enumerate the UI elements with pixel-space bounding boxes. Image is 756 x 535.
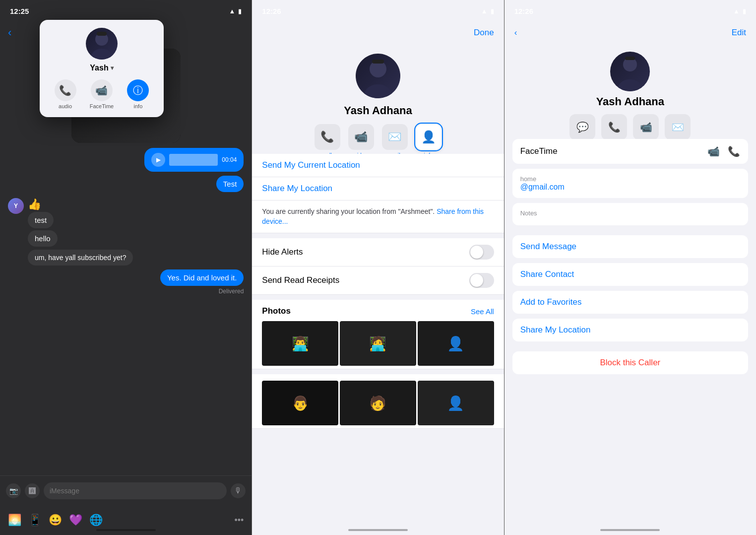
facetime-card: FaceTime 📹 📞 bbox=[512, 139, 748, 164]
photo-2: 🧑‍💻 bbox=[340, 321, 416, 366]
facetime-label: FaceTime bbox=[90, 103, 114, 109]
message-input-bar: 📷 🅰 🎙 bbox=[0, 475, 252, 505]
done-button[interactable]: Done bbox=[474, 28, 494, 38]
p3-message-icon: 💬 bbox=[569, 114, 595, 140]
test-left-bubble: test bbox=[28, 212, 54, 228]
facetime-row: FaceTime 📹 📞 bbox=[512, 139, 748, 164]
emoji-photos[interactable]: 🌅 bbox=[8, 514, 21, 527]
play-button[interactable]: ▶ bbox=[151, 153, 165, 167]
p2-mail-icon: ✉️ bbox=[382, 124, 408, 150]
p3-facetime-icon: 📹 bbox=[633, 114, 659, 140]
audio-waveform bbox=[169, 154, 218, 166]
status-icons-2: ▲ ▮ bbox=[481, 7, 494, 15]
time-3: 12:26 bbox=[514, 7, 533, 15]
info-icon: ⓘ bbox=[127, 79, 149, 101]
battery-icon-3: ▮ bbox=[743, 7, 746, 15]
facetime-label: FaceTime bbox=[520, 146, 558, 156]
home-email-row: home @gmail.com bbox=[512, 169, 748, 198]
photo-5: 🧑 bbox=[340, 381, 416, 425]
wifi-icon: ▲ bbox=[229, 7, 235, 15]
notes-card: Notes bbox=[512, 203, 748, 225]
popup-facetime-btn[interactable]: 📹 FaceTime bbox=[90, 79, 114, 109]
camera-icon[interactable]: 📷 bbox=[6, 483, 21, 498]
share-location-btn[interactable]: Share My Location bbox=[252, 177, 504, 201]
photos-section: Photos See All 👨‍💻 🧑‍💻 👤 bbox=[252, 300, 504, 369]
audio-duration: 00:04 bbox=[222, 156, 237, 163]
home-email-left: home @gmail.com bbox=[520, 175, 565, 192]
share-location-p3-btn[interactable]: Share My Location bbox=[512, 319, 748, 341]
facetime-audio-icon[interactable]: 📞 bbox=[728, 145, 740, 157]
p2-profile: Yash Adhana 📞 call 📹 video ✉️ mail 👤 inf… bbox=[252, 44, 504, 172]
back-button-p1[interactable]: ‹ bbox=[8, 26, 11, 39]
read-receipts-row: Send Read Receipts bbox=[252, 267, 504, 295]
popup-contact-name: Yash ▾ bbox=[48, 64, 156, 72]
photos-section-2: 👨 🧑 👤 bbox=[252, 374, 504, 429]
question-bubble: um, have yall subscribed yet? bbox=[28, 250, 133, 266]
photos-grid: 👨‍💻 🧑‍💻 👤 bbox=[262, 321, 494, 366]
popup-info-btn[interactable]: ⓘ info bbox=[127, 79, 149, 109]
avatar-left: Y bbox=[8, 198, 24, 214]
hide-alerts-toggle[interactable] bbox=[469, 245, 494, 260]
p3-mail-icon: ✉️ bbox=[665, 114, 691, 140]
message-input[interactable] bbox=[44, 482, 227, 499]
photo-4: 👨 bbox=[262, 381, 338, 425]
panel-contact: 12:26 ▲ ▮ ‹ Edit Yash Adhana 💬 message 📞 bbox=[504, 0, 756, 535]
hello-bubble: hello bbox=[28, 230, 58, 247]
see-all-btn[interactable]: See All bbox=[471, 307, 494, 316]
p2-video-icon: 📹 bbox=[348, 124, 374, 150]
contact-info-card: home @gmail.com bbox=[512, 169, 748, 198]
wifi-icon-2: ▲ bbox=[481, 7, 488, 15]
contact-popup: Yash ▾ 📞 audio 📹 FaceTime ⓘ info bbox=[40, 20, 164, 117]
audio-icon: 📞 bbox=[55, 79, 76, 101]
reply-bubble: Yes. Did and loved it. bbox=[160, 269, 244, 286]
popup-actions: 📞 audio 📹 FaceTime ⓘ info bbox=[48, 79, 156, 109]
status-icons-1: ▲ ▮ bbox=[229, 7, 242, 15]
home-label: home bbox=[520, 175, 565, 183]
audio-message: ▶ 00:04 bbox=[144, 148, 244, 172]
apps-icon[interactable]: 🅰 bbox=[25, 483, 40, 498]
emoji-globe[interactable]: 🌐 bbox=[89, 514, 103, 527]
status-bar-2: 12:26 ▲ ▮ bbox=[252, 0, 504, 22]
time-1: 12:25 bbox=[10, 7, 29, 15]
photos-title: Photos bbox=[262, 306, 291, 316]
hide-alerts-row: Hide Alerts bbox=[252, 238, 504, 267]
audio-label: audio bbox=[59, 103, 72, 109]
send-location-btn[interactable]: Send My Current Location bbox=[252, 154, 504, 177]
p3-call-icon: 📞 bbox=[601, 114, 627, 140]
panel-messages: 12:25 ▲ ▮ ‹ Yash ▾ bbox=[0, 0, 252, 535]
emoji-heart[interactable]: 💜 bbox=[69, 514, 82, 527]
home-bar-1 bbox=[96, 529, 156, 531]
p2-call-icon: 📞 bbox=[315, 124, 340, 150]
p2-info-icon: 👤 bbox=[416, 124, 441, 150]
photo-6: 👤 bbox=[418, 381, 494, 425]
status-bar-3: 12:26 ▲ ▮ bbox=[504, 0, 756, 22]
block-caller-btn[interactable]: Block this Caller bbox=[512, 351, 748, 374]
status-icons-3: ▲ ▮ bbox=[733, 7, 746, 15]
p2-avatar bbox=[356, 54, 400, 98]
emoji-face[interactable]: 😀 bbox=[49, 514, 62, 527]
p3-list: FaceTime 📹 📞 home @gmail.com Notes Send … bbox=[504, 139, 756, 535]
p2-list: Send My Current Location Share My Locati… bbox=[252, 154, 504, 535]
thumbsup-reaction: 👍 bbox=[28, 198, 54, 211]
p3-contact-name: Yash Adhana bbox=[596, 95, 664, 108]
hide-alerts-label: Hide Alerts bbox=[262, 247, 303, 257]
add-favorites-btn[interactable]: Add to Favorites bbox=[512, 291, 748, 314]
notes-title: Notes bbox=[520, 209, 740, 217]
send-message-btn[interactable]: Send Message bbox=[512, 235, 748, 258]
home-bar-3 bbox=[600, 529, 660, 531]
email-value: @gmail.com bbox=[520, 183, 565, 192]
mic-icon[interactable]: 🎙 bbox=[231, 483, 246, 498]
read-receipts-label: Send Read Receipts bbox=[262, 275, 339, 285]
p3-profile: Yash Adhana 💬 message 📞 call 📹 FaceTime … bbox=[504, 44, 756, 153]
popup-audio-btn[interactable]: 📞 audio bbox=[55, 79, 76, 109]
edit-button[interactable]: Edit bbox=[732, 28, 746, 38]
read-receipts-toggle[interactable] bbox=[469, 273, 494, 288]
more-emojis[interactable]: ••• bbox=[234, 515, 244, 526]
photo-3: 👤 bbox=[418, 321, 494, 366]
back-button-p3[interactable]: ‹ bbox=[514, 28, 517, 38]
share-contact-btn[interactable]: Share Contact bbox=[512, 263, 748, 286]
chevron-down-icon: ▾ bbox=[111, 65, 114, 71]
facetime-video-icon[interactable]: 📹 bbox=[707, 145, 720, 157]
emoji-apps[interactable]: 📱 bbox=[28, 514, 42, 527]
home-bar-2 bbox=[348, 529, 408, 531]
